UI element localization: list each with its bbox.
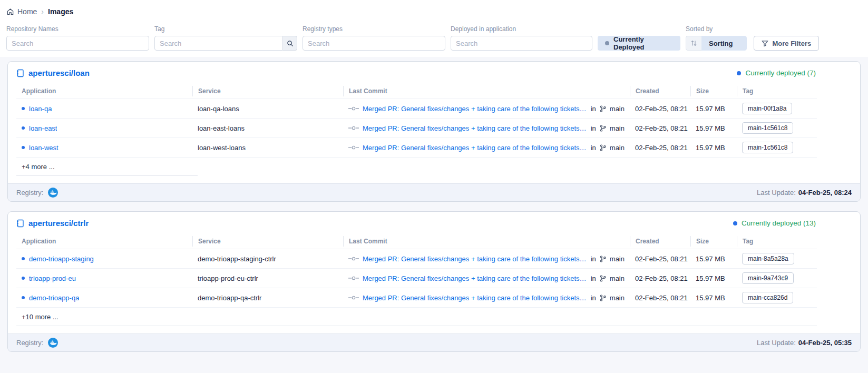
registry-types-input[interactable] xyxy=(303,36,445,51)
commit-message-link[interactable]: Merged PR: General fixes/changes + takin… xyxy=(363,274,587,282)
sort-arrows-icon[interactable] xyxy=(686,36,701,51)
show-more-link[interactable]: +4 more ... xyxy=(16,163,60,171)
application-link[interactable]: trioapp-prod-eu xyxy=(29,274,76,282)
table-header-tag: Tag xyxy=(737,236,817,247)
filter-funnel-icon xyxy=(762,40,768,47)
application-link[interactable]: demo-trioapp-qa xyxy=(29,294,79,302)
app-status-dot-icon xyxy=(22,146,25,149)
deployed-dot-icon xyxy=(737,71,741,75)
commit-in-label: in xyxy=(591,274,596,282)
commit-in-label: in xyxy=(591,255,596,263)
repository-names-input[interactable] xyxy=(6,36,149,51)
repository-title[interactable]: aperturesci/loan xyxy=(16,68,90,77)
commit-message-link[interactable]: Merged PR: General fixes/changes + takin… xyxy=(363,105,587,113)
commit-icon xyxy=(348,145,359,150)
images-table: Application Service Last Commit Created … xyxy=(8,84,860,183)
deployed-status-badge: Currently deployed (7) xyxy=(737,69,852,77)
currently-deployed-filter-chip[interactable]: Currently Deployed xyxy=(598,36,680,51)
service-name: loan-qa-loans xyxy=(198,105,239,113)
sorting-value[interactable]: Sorting xyxy=(701,36,747,51)
image-size: 15.97 MB xyxy=(690,294,737,302)
table-header-row: Application Service Last Commit Created … xyxy=(16,84,817,99)
image-tag-badge: main-1c561c8 xyxy=(742,122,793,134)
last-update-label: Last Update: xyxy=(757,339,796,347)
last-update-label: Last Update: xyxy=(757,189,796,197)
table-header-application: Application xyxy=(16,236,192,247)
branch-name: main xyxy=(610,294,625,302)
registry-types-label: Registry types xyxy=(303,25,445,33)
breadcrumb: Home › Images xyxy=(6,7,862,16)
table-header-last-commit: Last Commit xyxy=(343,236,630,247)
tag-input[interactable] xyxy=(154,36,283,51)
table-header-tag: Tag xyxy=(737,86,817,96)
application-link[interactable]: loan-west xyxy=(29,144,58,152)
breadcrumb-chevron-icon: › xyxy=(41,7,44,16)
show-more-link[interactable]: +10 more ... xyxy=(16,313,64,321)
table-header-service: Service xyxy=(192,86,343,96)
commit-message-link[interactable]: Merged PR: General fixes/changes + takin… xyxy=(363,255,587,263)
application-link[interactable]: loan-qa xyxy=(29,105,52,113)
repository-title[interactable]: aperturesci/ctrlr xyxy=(16,219,89,228)
table-row: trioapp-prod-eu trioapp-prod-eu-ctrlr Me… xyxy=(16,268,817,288)
application-link[interactable]: demo-trioapp-staging xyxy=(29,255,94,263)
page-title: Images xyxy=(48,7,73,16)
images-table: Application Service Last Commit Created … xyxy=(8,234,860,333)
table-row: demo-trioapp-staging demo-trioapp-stagin… xyxy=(16,249,817,268)
app-status-dot-icon xyxy=(22,277,25,280)
repository-name: aperturesci/loan xyxy=(28,68,90,77)
app-status-dot-icon xyxy=(22,107,25,110)
table-row: loan-qa loan-qa-loans Merged PR: General… xyxy=(16,99,817,118)
table-header-application: Application xyxy=(16,86,192,96)
image-tag-badge: main-00f1a8a xyxy=(742,103,792,114)
branch-name: main xyxy=(610,105,625,113)
more-filters-label: More Filters xyxy=(773,40,812,47)
created-at: 02-Feb-25, 08:21 xyxy=(630,144,690,152)
deployed-status-badge: Currently deployed (13) xyxy=(733,219,852,227)
deployed-status-text: Currently deployed (13) xyxy=(742,219,816,227)
image-size: 15.97 MB xyxy=(690,124,737,132)
created-at: 02-Feb-25, 08:21 xyxy=(630,124,690,132)
show-more-row: +10 more ... xyxy=(16,307,817,326)
more-filters-button[interactable]: More Filters xyxy=(754,36,820,51)
service-name: loan-west-loans xyxy=(198,144,246,152)
app-status-dot-icon xyxy=(22,126,25,130)
docker-registry-icon xyxy=(48,338,58,348)
commit-icon xyxy=(348,276,359,280)
show-more-row: +4 more ... xyxy=(16,157,817,176)
image-size: 15.97 MB xyxy=(690,144,737,152)
app-status-dot-icon xyxy=(22,257,25,260)
repository-card: aperturesci/loan Currently deployed (7) … xyxy=(7,61,861,202)
repository-list: aperturesci/loan Currently deployed (7) … xyxy=(0,57,868,352)
application-link[interactable]: loan-east xyxy=(29,124,57,132)
commit-message-link[interactable]: Merged PR: General fixes/changes + takin… xyxy=(363,294,587,302)
commit-message-link[interactable]: Merged PR: General fixes/changes + takin… xyxy=(363,124,587,132)
commit-icon xyxy=(348,296,359,300)
more-underline xyxy=(16,326,817,326)
sorted-by-label: Sorted by xyxy=(686,25,747,33)
table-header-service: Service xyxy=(192,236,343,247)
image-size: 15.97 MB xyxy=(690,105,737,113)
image-tag-badge: main-cca826d xyxy=(742,292,793,303)
commit-in-label: in xyxy=(591,124,596,132)
branch-name: main xyxy=(610,124,625,132)
status-dot-icon xyxy=(605,41,609,45)
card-footer: Registry: Last Update: xyxy=(8,183,860,201)
currently-deployed-chip-label: Currently Deployed xyxy=(613,35,673,51)
table-row: loan-west loan-west-loans Merged PR: Gen… xyxy=(16,138,817,157)
more-underline xyxy=(16,175,198,176)
branch-icon xyxy=(600,144,606,151)
registry-label: Registry: xyxy=(16,189,43,197)
tag-search-button[interactable] xyxy=(283,36,297,51)
deployed-status-text: Currently deployed (7) xyxy=(745,69,816,77)
image-tag-badge: main-8a5a28a xyxy=(742,253,794,264)
image-size: 15.97 MB xyxy=(690,274,737,282)
table-header-created: Created xyxy=(630,236,690,247)
service-name: trioapp-prod-eu-ctrlr xyxy=(198,274,258,282)
image-tag-badge: main-1c561c8 xyxy=(742,142,793,153)
deployed-in-application-input[interactable] xyxy=(451,36,592,51)
breadcrumb-home-link[interactable]: Home xyxy=(6,7,37,16)
service-name: demo-trioapp-qa-ctrlr xyxy=(198,294,261,302)
docker-registry-icon xyxy=(48,188,58,198)
commit-message-link[interactable]: Merged PR: General fixes/changes + takin… xyxy=(363,144,587,152)
sorting-dropdown[interactable]: Sorting xyxy=(686,36,747,51)
